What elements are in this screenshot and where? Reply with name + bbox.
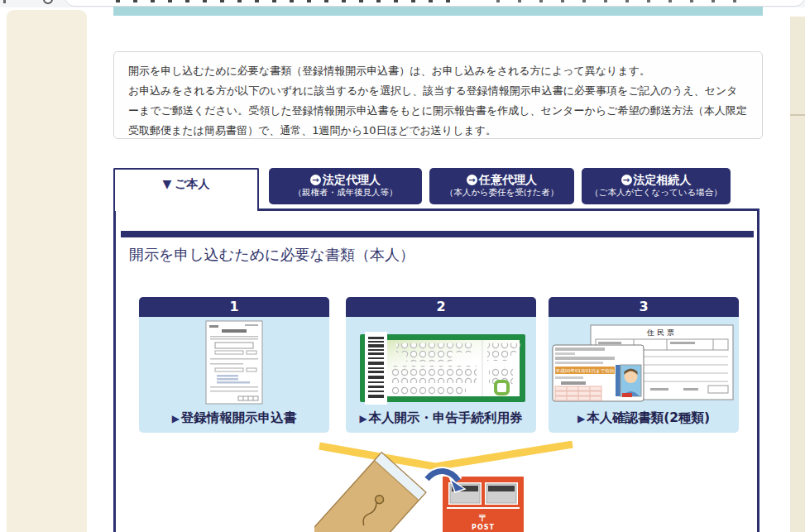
step-card-3: 3 住民票	[549, 297, 739, 433]
card-link-identity-documents[interactable]: ▶本人確認書類(2種類)	[549, 410, 739, 427]
chevron-down-arrow	[319, 444, 573, 467]
step-card-body: 住民票	[549, 317, 739, 433]
step-number: 1	[139, 297, 329, 317]
tab-sublabel: （親権者・成年後見人等）	[269, 187, 422, 198]
step-card-body: ▶登録情報開示申込書	[139, 317, 329, 433]
step-card-2: 2	[346, 297, 536, 433]
step-card-body: ▶本人開示・申告手続利用券	[346, 317, 536, 433]
step-number: 3	[549, 297, 739, 317]
panel-accent-bar	[121, 231, 754, 237]
tab-honnin[interactable]: ▼ご本人	[113, 168, 259, 211]
tab-houtei-dairinin[interactable]: →法定代理人 （親権者・成年後見人等）	[269, 168, 422, 204]
step-card-1: 1	[139, 297, 329, 433]
tab-label: 法定相続人	[634, 173, 692, 186]
step-number: 2	[346, 297, 536, 317]
card-link-procedure-ticket[interactable]: ▶本人開示・申告手続利用券	[346, 410, 536, 427]
card-label-text: 本人開示・申告手続利用券	[369, 410, 523, 425]
circle-arrow-icon: →	[467, 175, 477, 185]
tab-sublabel: （ご本人が亡くなっている場合）	[582, 187, 731, 198]
circle-arrow-icon: →	[310, 175, 321, 185]
tab-nini-dairinin[interactable]: →任意代理人 （本人から委任を受けた者）	[429, 168, 574, 204]
circle-arrow-icon: →	[621, 175, 632, 185]
page: 開示を申し込むために必要な書類（登録情報開示申込書）は、お申し込みをされる方によ…	[0, 0, 805, 532]
card-link-application-form[interactable]: ▶登録情報開示申込書	[139, 410, 329, 427]
triangle-down-icon: ▼	[162, 177, 171, 190]
left-sidebar-panel	[7, 10, 87, 532]
postal-mark: 〒	[479, 513, 488, 524]
card-label-text: 登録情報開示申込書	[181, 410, 297, 425]
ticket-illustration	[355, 332, 527, 405]
browser-icon-partial	[43, 0, 53, 4]
tab-label: 法定代理人	[323, 173, 381, 186]
panel-heading: 開示を申し込むために必要な書類（本人）	[129, 245, 414, 265]
card-label-text: 本人確認書類(2種類)	[587, 410, 710, 425]
license-validity-text: 平成00年01月01日まで有効	[556, 368, 615, 374]
browser-glyph-remnant	[3, 0, 6, 3]
post-label: POST	[472, 524, 495, 531]
tab-sublabel: （本人から委任を受けた者）	[429, 187, 574, 198]
triangle-right-icon: ▶	[172, 413, 180, 424]
identity-documents-illustration: 住民票	[551, 324, 736, 406]
tab-label: ご本人	[175, 177, 209, 190]
tab-label: 任意代理人	[479, 173, 537, 186]
triangle-right-icon: ▶	[577, 413, 585, 424]
right-sidebar-panel	[790, 17, 805, 532]
tab-houtei-souzokunin[interactable]: →法定相続人 （ご本人が亡くなっている場合）	[582, 168, 731, 204]
url-text-remnant	[496, 0, 745, 2]
intro-paragraph-2: お申込みをされる方が以下のいずれに該当するかを選択し、該当する登録情報開示申込書…	[128, 81, 748, 141]
url-text-remnant	[116, 0, 463, 2]
intro-text-box: 開示を申し込むために必要な書類（登録情報開示申込書）は、お申し込みをされる方によ…	[113, 51, 763, 139]
intro-paragraph-1: 開示を申し込むために必要な書類（登録情報開示申込書）は、お申し込みをされる方によ…	[128, 61, 748, 81]
triangle-right-icon: ▶	[359, 413, 367, 424]
application-form-illustration	[205, 320, 263, 405]
right-sidebar-divider	[790, 114, 805, 116]
doc-title-text: 住民票	[646, 328, 677, 337]
section-box-bottom-edge	[113, 7, 763, 16]
mailing-illustration: 〒 POST	[314, 441, 579, 532]
